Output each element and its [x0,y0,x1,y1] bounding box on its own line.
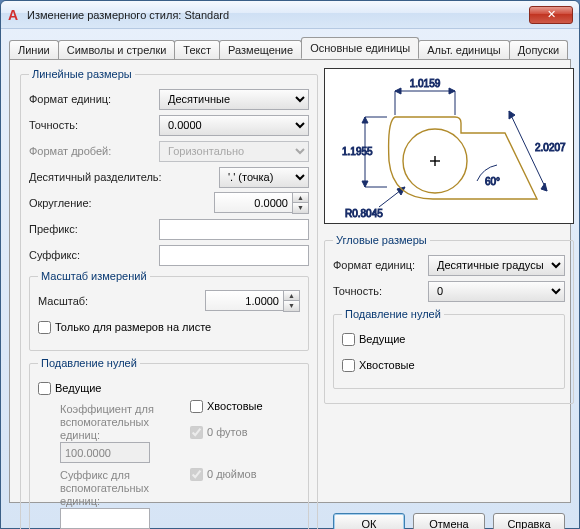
zero-feet-checkbox [190,426,203,439]
svg-marker-8 [362,181,368,187]
dimstyle-preview: 1.0159 1.1955 2.0207 [324,68,574,224]
angular-precision-label: Точность: [333,285,428,297]
measurement-scale-group: Масштаб измерений Масштаб: ▲▼ Только для… [29,270,309,351]
scale-label: Масштаб: [38,295,168,307]
svg-marker-7 [362,117,368,123]
svg-text:2.0207: 2.0207 [535,142,566,153]
angular-format-select[interactable]: Десятичные градусы [428,255,565,276]
precision-label: Точность: [29,119,159,131]
help-button[interactable]: Справка [493,513,565,529]
angular-leading-checkbox[interactable] [342,333,355,346]
precision-select[interactable]: 0.0000 [159,115,309,136]
rounding-label: Округление: [29,197,159,209]
angular-zeros-group: Подавление нулей Ведущие Хвостовые [333,308,565,389]
leading-zeros-label: Ведущие [55,382,101,394]
app-icon: A [5,7,21,23]
spin-up-icon[interactable]: ▲ [293,193,308,203]
tab-text[interactable]: Текст [174,40,220,60]
zero-suppression-group: Подавление нулей Ведущие Коэффициент для… [29,357,309,529]
layout-only-checkbox[interactable] [38,321,51,334]
fraction-format-label: Формат дробей: [29,145,159,157]
spin-down-icon[interactable]: ▼ [293,203,308,213]
tab-alt-units[interactable]: Альт. единицы [418,40,509,60]
linear-dimensions-group: Линейные размеры Формат единиц: Десятичн… [20,68,318,529]
svg-marker-1 [395,88,401,94]
tab-primary-units[interactable]: Основные единицы [301,37,419,59]
trailing-zeros-label: Хвостовые [207,400,263,412]
unit-format-label: Формат единиц: [29,93,159,105]
angular-trailing-checkbox[interactable] [342,359,355,372]
tab-tolerances[interactable]: Допуски [509,40,568,60]
rounding-spinner[interactable]: ▲▼ [292,192,309,214]
angular-zeros-legend: Подавление нулей [342,308,444,320]
angular-trailing-label: Хвостовые [359,359,415,371]
suffix-input[interactable] [159,245,309,266]
linear-legend: Линейные размеры [29,68,135,80]
scale-spinner[interactable]: ▲▼ [283,290,300,312]
cancel-button[interactable]: Отмена [413,513,485,529]
window-title: Изменение размерного стиля: Standard [27,9,529,21]
angular-leading-label: Ведущие [359,333,405,345]
svg-marker-14 [541,183,547,191]
subunit-suffix-input [60,508,150,529]
ok-button[interactable]: ОК [333,513,405,529]
svg-text:R0.8045: R0.8045 [345,208,383,219]
decimal-sep-label: Десятичный разделитель: [29,171,199,183]
tabstrip: Линии Символы и стрелки Текст Размещение… [1,29,579,59]
scale-input[interactable] [205,290,283,311]
spin-up-icon[interactable]: ▲ [284,291,299,301]
angular-format-label: Формат единиц: [333,259,428,271]
svg-marker-2 [449,88,455,94]
rounding-input[interactable] [214,192,292,213]
titlebar[interactable]: A Изменение размерного стиля: Standard ✕ [1,1,579,29]
svg-text:1.1955: 1.1955 [342,146,373,157]
fraction-format-select: Горизонтально [159,141,309,162]
svg-text:1.0159: 1.0159 [410,78,441,89]
close-icon: ✕ [547,8,556,21]
angular-dimensions-group: Угловые размеры Формат единиц: Десятичны… [324,234,574,404]
prefix-input[interactable] [159,219,309,240]
scale-legend: Масштаб измерений [38,270,150,282]
dialog-window: A Изменение размерного стиля: Standard ✕… [0,0,580,529]
zeros-legend: Подавление нулей [38,357,140,369]
subunit-factor-input [60,442,150,463]
tab-fit[interactable]: Размещение [219,40,302,60]
zero-inches-checkbox [190,468,203,481]
tab-symbols[interactable]: Символы и стрелки [58,40,176,60]
tab-panel: Линейные размеры Формат единиц: Десятичн… [9,59,571,503]
decimal-sep-select[interactable]: '.' (точка) [219,167,309,188]
unit-format-select[interactable]: Десятичные [159,89,309,110]
zero-feet-label: 0 футов [207,426,247,438]
layout-only-label: Только для размеров на листе [55,321,211,333]
suffix-label: Суффикс: [29,249,159,261]
angular-legend: Угловые размеры [333,234,430,246]
subunit-factor-label: Коэффициент для вспомогательных единиц: [60,403,186,442]
trailing-zeros-checkbox[interactable] [190,400,203,413]
zero-inches-label: 0 дюймов [207,468,257,480]
prefix-label: Префикс: [29,223,159,235]
tab-lines[interactable]: Линии [9,40,59,60]
close-button[interactable]: ✕ [529,6,573,24]
svg-text:60°: 60° [485,176,500,187]
leading-zeros-checkbox[interactable] [38,382,51,395]
angular-precision-select[interactable]: 0 [428,281,565,302]
subunit-suffix-label: Суффикс для вспомогательных единиц: [60,469,186,508]
spin-down-icon[interactable]: ▼ [284,301,299,311]
